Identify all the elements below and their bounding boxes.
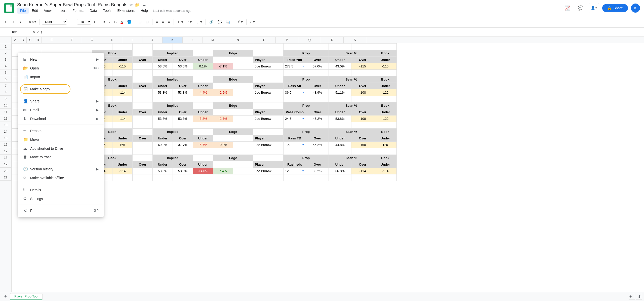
cell-h15[interactable]: Over bbox=[133, 135, 153, 142]
function-icon[interactable]: ƒ bbox=[41, 30, 43, 34]
cell-a1[interactable] bbox=[12, 44, 27, 50]
col-header-k[interactable]: K bbox=[163, 37, 183, 43]
cell-n16-joeb[interactable]: Joe Burrow bbox=[253, 142, 284, 148]
cell-o12-245[interactable]: 24.5▼ bbox=[284, 116, 306, 122]
cell-o5[interactable] bbox=[284, 70, 306, 76]
cell-n4-joeb[interactable]: Joe Burrow bbox=[253, 63, 284, 70]
cell-j1[interactable] bbox=[173, 44, 193, 50]
cell-r12[interactable]: -108 bbox=[351, 116, 374, 122]
cell-s20[interactable]: -114 bbox=[374, 168, 397, 174]
cell-l13[interactable] bbox=[213, 122, 233, 129]
cell-r21[interactable] bbox=[351, 174, 374, 181]
rotate-button[interactable]: ⋮ ▾ bbox=[194, 19, 204, 25]
link-button[interactable]: 🔗 bbox=[208, 19, 215, 25]
cell-q19-under[interactable]: Under bbox=[329, 161, 351, 168]
cell-o7-passatt[interactable]: Pass Att bbox=[284, 83, 306, 89]
menu-format[interactable]: Format bbox=[69, 8, 87, 14]
cell-n5[interactable] bbox=[253, 70, 284, 76]
undo-button[interactable]: ↩ bbox=[3, 19, 9, 25]
cell-s8[interactable]: -122 bbox=[374, 89, 397, 96]
cell-g15[interactable]: Under bbox=[112, 135, 133, 142]
row-8[interactable]: 8 bbox=[0, 89, 11, 96]
cell-s12[interactable]: -122 bbox=[374, 116, 397, 122]
menu-option-make-copy[interactable]: 📋 Make a copy bbox=[18, 85, 104, 93]
cell-p17[interactable] bbox=[306, 148, 329, 155]
cell-q16[interactable]: 44.8% bbox=[329, 142, 351, 148]
cell-h12[interactable] bbox=[133, 116, 153, 122]
cell-i18-implied[interactable]: Implied bbox=[153, 155, 193, 161]
cell-l12[interactable]: -2.7% bbox=[213, 116, 233, 122]
cell-e1[interactable] bbox=[72, 44, 92, 50]
cell-m15[interactable] bbox=[233, 135, 253, 142]
cell-n3-player[interactable]: Player bbox=[253, 57, 284, 63]
sheet-tab-player-prop-tool[interactable]: Player Prop Tool bbox=[10, 293, 43, 300]
cell-j21[interactable] bbox=[173, 174, 193, 181]
menu-option-add-shortcut[interactable]: ☁ Add shortcut to Drive bbox=[18, 144, 104, 153]
share-button[interactable]: 🔒 Share bbox=[602, 4, 628, 12]
cell-l19[interactable] bbox=[213, 161, 233, 168]
row-16[interactable]: 16 bbox=[0, 141, 11, 148]
zoom-button[interactable]: 100% ▾ bbox=[24, 19, 37, 25]
cell-l16[interactable]: -0.3% bbox=[213, 142, 233, 148]
cell-q5[interactable] bbox=[329, 70, 351, 76]
cell-k9[interactable] bbox=[193, 96, 213, 102]
cell-s14-book[interactable]: Book bbox=[374, 129, 397, 135]
cell-h17[interactable] bbox=[133, 148, 153, 155]
formula-bar[interactable] bbox=[45, 28, 644, 36]
cell-l14-edge[interactable]: Edge bbox=[213, 129, 253, 135]
cell-k1[interactable] bbox=[193, 44, 213, 50]
cell-q15-under[interactable]: Under bbox=[329, 135, 351, 142]
cell-n2[interactable] bbox=[253, 50, 284, 57]
avatar[interactable]: K bbox=[631, 4, 640, 13]
cell-h10[interactable] bbox=[133, 102, 153, 109]
menu-option-download[interactable]: ⬇ Download ▶ bbox=[18, 114, 104, 123]
cell-m17[interactable] bbox=[233, 148, 253, 155]
cell-j4[interactable]: 53.5% bbox=[173, 63, 193, 70]
menu-option-rename[interactable]: ✏ Rename bbox=[18, 126, 104, 135]
cell-p15-over[interactable]: Over bbox=[306, 135, 329, 142]
cell-i21[interactable] bbox=[153, 174, 173, 181]
wrap-button[interactable]: ↕ ▾ bbox=[186, 19, 193, 25]
cell-i4[interactable]: 53.5% bbox=[153, 63, 173, 70]
cell-m13[interactable] bbox=[233, 122, 253, 129]
cell-p1[interactable] bbox=[306, 44, 329, 50]
cell-g3-under[interactable]: Under bbox=[112, 57, 133, 63]
name-box[interactable]: K31 bbox=[0, 28, 30, 36]
cell-p12[interactable]: 46.2% bbox=[306, 116, 329, 122]
cell-l20[interactable]: 7.4% bbox=[213, 168, 233, 174]
font-selector[interactable]: Nunito bbox=[42, 19, 67, 25]
cell-q7-under[interactable]: Under bbox=[329, 83, 351, 89]
row-13[interactable]: 13 bbox=[0, 122, 11, 128]
cell-o17[interactable] bbox=[284, 148, 306, 155]
cell-s19-under[interactable]: Under bbox=[374, 161, 397, 168]
menu-help[interactable]: Help bbox=[138, 8, 151, 14]
cell-s3-under[interactable]: Under bbox=[374, 57, 397, 63]
accept-icon[interactable]: ✓ bbox=[37, 30, 40, 34]
add-to-explore-button[interactable]: ✦ bbox=[626, 292, 635, 301]
cell-r3-over[interactable]: Over bbox=[351, 57, 374, 63]
cell-i3-under[interactable]: Under bbox=[153, 57, 173, 63]
folder-icon[interactable]: 📁 bbox=[135, 3, 140, 7]
cell-k12[interactable]: -3.8% bbox=[193, 116, 213, 122]
cell-k5[interactable] bbox=[193, 70, 213, 76]
cell-l15[interactable] bbox=[213, 135, 233, 142]
row-4[interactable]: 4 bbox=[0, 63, 11, 69]
cell-m7[interactable] bbox=[233, 83, 253, 89]
cell-r4[interactable]: -115 bbox=[351, 63, 374, 70]
cell-i6-implied[interactable]: Implied bbox=[153, 76, 193, 83]
cell-k6[interactable] bbox=[193, 76, 213, 83]
cell-m5[interactable] bbox=[233, 70, 253, 76]
cell-j11[interactable]: Over bbox=[173, 109, 193, 116]
cell-i20[interactable]: 53.3% bbox=[153, 168, 173, 174]
cell-l3[interactable] bbox=[213, 57, 233, 63]
cell-s13[interactable] bbox=[374, 122, 397, 129]
cell-n10[interactable] bbox=[253, 102, 284, 109]
cell-r15-over[interactable]: Over bbox=[351, 135, 374, 142]
menu-option-open[interactable]: 📂 Open ⌘O bbox=[18, 64, 104, 72]
col-header-c[interactable]: C bbox=[27, 37, 34, 43]
cell-r8[interactable]: -108 bbox=[351, 89, 374, 96]
cell-q1[interactable] bbox=[329, 44, 351, 50]
row-11[interactable]: 11 bbox=[0, 109, 11, 115]
align-left[interactable]: ≡ bbox=[154, 19, 159, 25]
row-19[interactable]: 19 bbox=[0, 161, 11, 168]
